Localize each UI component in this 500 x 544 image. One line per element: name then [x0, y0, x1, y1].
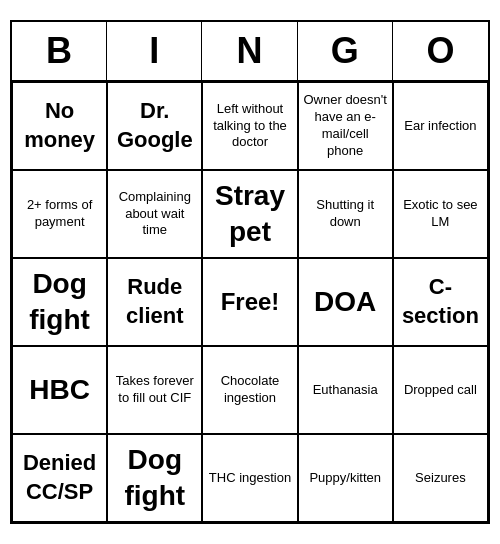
bingo-cell: Puppy/kitten	[298, 434, 393, 522]
header-letter: I	[107, 22, 202, 80]
bingo-cell: Dog fight	[12, 258, 107, 346]
bingo-cell: Takes forever to fill out CIF	[107, 346, 202, 434]
bingo-cell: Dr. Google	[107, 82, 202, 170]
bingo-cell: THC ingestion	[202, 434, 297, 522]
bingo-cell: HBC	[12, 346, 107, 434]
bingo-cell: Stray pet	[202, 170, 297, 258]
header-letter: N	[202, 22, 297, 80]
bingo-cell: 2+ forms of payment	[12, 170, 107, 258]
bingo-cell: No money	[12, 82, 107, 170]
bingo-cell: Dropped call	[393, 346, 488, 434]
bingo-cell: Seizures	[393, 434, 488, 522]
bingo-cell: Owner doesn't have an e-mail/cell phone	[298, 82, 393, 170]
bingo-cell: C-section	[393, 258, 488, 346]
bingo-cell: Euthanasia	[298, 346, 393, 434]
bingo-cell: Shutting it down	[298, 170, 393, 258]
bingo-header: BINGO	[12, 22, 488, 82]
bingo-cell: Complaining about wait time	[107, 170, 202, 258]
bingo-cell: Rude client	[107, 258, 202, 346]
bingo-grid: No moneyDr. GoogleLeft without talking t…	[12, 82, 488, 522]
header-letter: B	[12, 22, 107, 80]
bingo-cell: Ear infection	[393, 82, 488, 170]
bingo-cell: Exotic to see LM	[393, 170, 488, 258]
bingo-cell: Chocolate ingestion	[202, 346, 297, 434]
bingo-card: BINGO No moneyDr. GoogleLeft without tal…	[10, 20, 490, 524]
bingo-cell: Left without talking to the doctor	[202, 82, 297, 170]
bingo-cell: Free!	[202, 258, 297, 346]
bingo-cell: Dog fight	[107, 434, 202, 522]
header-letter: O	[393, 22, 488, 80]
bingo-cell: Denied CC/SP	[12, 434, 107, 522]
bingo-cell: DOA	[298, 258, 393, 346]
header-letter: G	[298, 22, 393, 80]
